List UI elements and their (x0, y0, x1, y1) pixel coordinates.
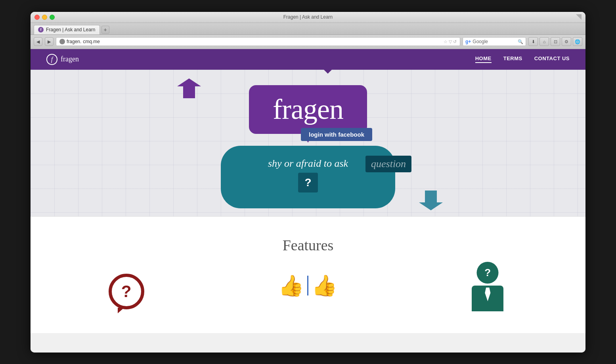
logo-text: fragen (61, 55, 79, 63)
security-icon (59, 39, 65, 44)
login-facebook-button[interactable]: login with facebook (301, 128, 372, 141)
google-icon: g+ (465, 39, 471, 44)
page-content: f fragen HOME TERMS CONTACT US (31, 49, 585, 353)
anon-question-mark: ? (484, 267, 491, 279)
download-icon[interactable]: ⬇ (528, 37, 538, 46)
brand-bubble: fragen (249, 85, 367, 134)
svg-marker-0 (177, 78, 201, 98)
forward-button[interactable]: ▶ (45, 37, 54, 46)
hero-center: fragen login with facebook shy or afraid… (221, 85, 395, 208)
thumb-up-icon: 👍 (278, 274, 304, 298)
nav-home[interactable]: HOME (475, 55, 492, 63)
tab-bar: f Fragen | Ask and Learn + (31, 23, 585, 35)
features-grid: ? 👍 👎 ? (46, 274, 570, 313)
logo-icon: f (46, 54, 57, 65)
feature-ask: ? (46, 274, 210, 313)
fullscreen-icon[interactable]: ⊡ (551, 37, 560, 46)
toolbar-icons: ⬇ ⌂ ⊡ ⚙ 🌐 (528, 37, 582, 46)
arrow-decoration-left (177, 78, 201, 98)
home-icon[interactable]: ⌂ (539, 37, 549, 46)
question-mark: ? (304, 176, 311, 189)
svg-marker-1 (419, 191, 443, 210)
address-bar: ◀ ▶ fragen.cmq.me ☆ ▽ ↺ g+ Google 🔍 ⬇ ⌂ … (31, 35, 585, 49)
search-bar[interactable]: g+ Google 🔍 (463, 37, 526, 46)
anon-body (472, 286, 503, 311)
active-tab[interactable]: f Fragen | Ask and Learn (34, 25, 100, 34)
thumbs-divider (307, 276, 308, 295)
extensions-icon[interactable]: 🌐 (573, 37, 582, 46)
bubble-question-mark: ? (121, 282, 132, 301)
nav-links: HOME TERMS CONTACT US (475, 55, 570, 63)
anon-tie (484, 288, 492, 301)
url-domain: fragen. (67, 39, 81, 44)
hero-section: fragen login with facebook shy or afraid… (31, 70, 585, 216)
feature-vote: 👍 👎 (226, 274, 390, 298)
tab-favicon: f (38, 27, 44, 32)
features-title: Features (46, 236, 570, 254)
subtitle-bubble: shy or afraid to ask question ? (221, 146, 395, 208)
question-word-badge: question (365, 156, 411, 172)
title-bar: Fragen | Ask and Learn (31, 12, 585, 23)
tab-label: Fragen | Ask and Learn (46, 27, 96, 32)
minimize-button[interactable] (42, 15, 47, 20)
subtitle-text: shy or afraid to ask (268, 158, 348, 170)
window-title: Fragen | Ask and Learn (283, 14, 333, 20)
site-logo: f fragen (46, 54, 79, 65)
hero-title: fragen (273, 93, 343, 126)
url-rest: cmq.me (83, 39, 100, 44)
resize-handle (576, 14, 582, 20)
thumb-down-icon: 👎 (312, 274, 337, 298)
anonymous-icon: ? (472, 274, 503, 311)
back-button[interactable]: ◀ (34, 37, 42, 46)
browser-window: Fragen | Ask and Learn f Fragen | Ask an… (31, 12, 585, 353)
search-magnify-icon: 🔍 (518, 39, 523, 44)
nav-terms[interactable]: TERMS (503, 55, 522, 63)
anon-head: ? (477, 262, 499, 284)
feature-anonymous: ? (406, 274, 570, 311)
features-section: Features ? 👍 👎 (31, 216, 585, 333)
question-bubble-icon: ? (109, 274, 148, 313)
question-word-text: question (371, 158, 406, 170)
logo-letter: f (51, 56, 53, 63)
site-nav: f fragen HOME TERMS CONTACT US (31, 49, 585, 70)
arrow-decoration-right (419, 191, 443, 210)
url-bar[interactable]: fragen.cmq.me ☆ ▽ ↺ (56, 37, 460, 46)
nav-contact[interactable]: CONTACT US (534, 55, 570, 63)
nav-indicator (324, 70, 332, 74)
search-input[interactable]: Google (473, 39, 516, 44)
question-mark-badge: ? (298, 173, 318, 192)
settings-icon[interactable]: ⚙ (562, 37, 571, 46)
new-tab-button[interactable]: + (101, 26, 109, 34)
close-button[interactable] (34, 15, 40, 20)
thumbs-icon: 👍 👎 (278, 274, 337, 298)
traffic-lights (34, 15, 55, 20)
maximize-button[interactable] (50, 15, 55, 20)
bubble-circle: ? (109, 274, 144, 309)
